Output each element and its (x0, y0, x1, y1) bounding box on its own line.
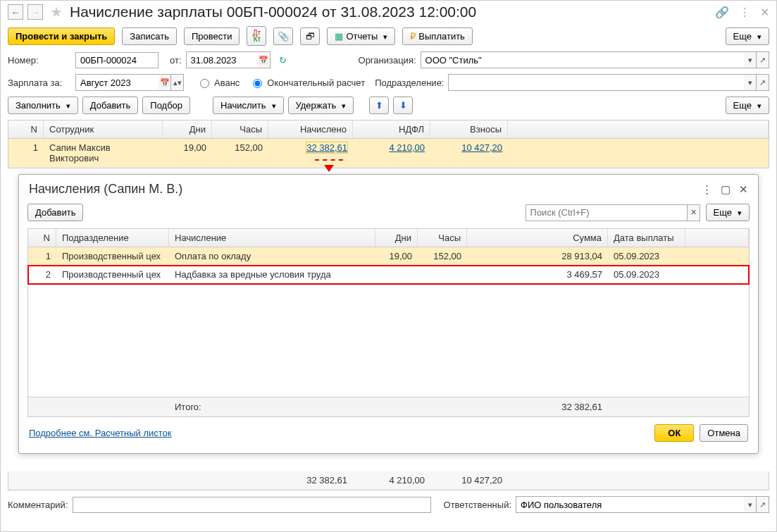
cell-contrib[interactable]: 10 427,20 (430, 139, 508, 167)
cell-charged-link[interactable]: 32 382,61 (306, 142, 348, 154)
callout-arrow (315, 159, 343, 175)
responsible-input[interactable] (516, 496, 744, 513)
pcell-date: 05.09.2023 (608, 266, 685, 283)
create-based-on-button[interactable]: 🗗 (300, 27, 320, 45)
pcol-days[interactable]: Дни (375, 229, 418, 247)
move-up-button[interactable]: ⬆ (369, 97, 389, 114)
popover-search-input[interactable] (526, 204, 688, 221)
pcol-hours[interactable]: Часы (418, 229, 467, 247)
pcol-date[interactable]: Дата выплаты (608, 229, 685, 247)
pcell-dept: Производственный цех (56, 266, 169, 283)
salary-for-label: Зарплата за: (8, 78, 71, 88)
col-n[interactable]: N (8, 120, 44, 138)
details-link[interactable]: Подробнее см. Расчетный листок (29, 428, 172, 438)
pcol-charge[interactable]: Начисление (169, 229, 375, 247)
link-icon[interactable]: 🔗 (715, 6, 729, 19)
popover-row[interactable]: 1 Производственный цех Оплата по окладу … (28, 247, 749, 266)
table-more-button[interactable]: Еще (726, 97, 769, 114)
pcol-tail (685, 229, 749, 247)
cancel-button[interactable]: Отмена (700, 424, 748, 442)
post-status-icon[interactable]: ↻ (279, 55, 287, 66)
reports-label: Отчеты (346, 31, 378, 42)
fill-label: Заполнить (15, 100, 61, 111)
more-label: Еще (733, 31, 752, 42)
cell-hours: 152,00 (212, 139, 268, 167)
pcell-tail (685, 266, 749, 283)
advance-radio[interactable]: Аванс (197, 77, 240, 88)
org-input[interactable] (421, 51, 744, 68)
pcell-sum: 28 913,04 (467, 247, 608, 265)
pcol-dept[interactable]: Подразделение (56, 229, 169, 247)
charge-button[interactable]: Начислить (213, 97, 283, 114)
pcell-n: 1 (28, 247, 56, 265)
table-row[interactable]: 1 Сапин Максив Викторович 19,00 152,00 3… (8, 139, 769, 168)
page-title: Начисление зарплаты 00БП-000024 от 31.08… (70, 4, 476, 20)
popover-totals-row: Итого: 32 382,61 (28, 397, 749, 416)
col-charged[interactable]: Начислено (268, 120, 353, 138)
col-days[interactable]: Дни (163, 120, 212, 138)
ok-button[interactable]: ОК (654, 424, 694, 442)
department-input[interactable] (448, 74, 744, 91)
post-button[interactable]: Провести (184, 27, 240, 45)
department-label: Подразделение: (375, 78, 444, 88)
pcell-charge: Оплата по окладу (169, 247, 375, 265)
calendar-icon[interactable]: 📅 (258, 51, 271, 68)
cell-contrib-link[interactable]: 10 427,20 (461, 142, 502, 153)
popover-kebab-icon[interactable]: ⋮ (702, 183, 712, 196)
kebab-icon[interactable]: ⋮ (739, 6, 750, 19)
popover-more-button[interactable]: Еще (706, 204, 750, 221)
comment-input[interactable] (73, 497, 431, 513)
close-window-icon[interactable]: ✕ (760, 6, 769, 19)
col-contrib[interactable]: Взносы (430, 120, 508, 138)
calendar2-icon[interactable]: 📅 (158, 74, 171, 91)
dept-dropdown-icon[interactable]: ▾ (744, 74, 757, 91)
nav-back-button[interactable]: ← (8, 4, 23, 20)
fill-button[interactable]: Заполнить (8, 97, 78, 114)
stepper-icon[interactable]: ▴▾ (171, 74, 184, 91)
attachments-button[interactable]: 📎 (273, 27, 293, 45)
popover-empty-area (28, 284, 749, 397)
col-employee[interactable]: Сотрудник (44, 120, 163, 138)
final-radio[interactable]: Окончательный расчет (249, 77, 365, 88)
pcol-n[interactable]: N (28, 229, 56, 247)
number-input[interactable] (75, 52, 158, 68)
dtkt-button[interactable]: ДтКт (247, 26, 266, 46)
final-label: Окончательный расчет (267, 78, 365, 88)
cell-ndfl[interactable]: 4 210,00 (353, 139, 430, 167)
cell-employee: Сапин Максив Викторович (44, 139, 163, 167)
total-charged: 32 382,61 (268, 471, 353, 489)
popover-row[interactable]: 2 Производственный цех Надбавка за вредн… (28, 266, 749, 284)
responsible-label: Ответственный: (444, 500, 511, 510)
more-button[interactable]: Еще (726, 27, 769, 45)
favorite-star-icon[interactable]: ★ (50, 4, 63, 20)
reports-button[interactable]: ▦Отчеты (327, 27, 395, 45)
date-input[interactable] (186, 51, 258, 68)
popover-maximize-icon[interactable]: ▢ (721, 183, 731, 196)
write-button[interactable]: Записать (122, 27, 177, 45)
pick-button[interactable]: Подбор (142, 97, 190, 114)
org-open-icon[interactable]: ↗ (757, 51, 769, 68)
pcol-sum[interactable]: Сумма (467, 229, 608, 247)
popover-add-button[interactable]: Добавить (27, 204, 83, 221)
org-dropdown-icon[interactable]: ▾ (744, 51, 757, 68)
resp-dropdown-icon[interactable]: ▾ (744, 496, 757, 513)
post-and-close-button[interactable]: Провести и закрыть (8, 27, 115, 45)
clear-search-icon[interactable]: ✕ (688, 204, 700, 221)
col-ndfl[interactable]: НДФЛ (353, 120, 430, 138)
withhold-button[interactable]: Удержать (288, 97, 354, 114)
popover-close-icon[interactable]: ✕ (739, 183, 748, 196)
cell-ndfl-link[interactable]: 4 210,00 (389, 142, 425, 153)
move-down-button[interactable]: ⬇ (393, 97, 413, 114)
pcell-hours (418, 266, 467, 283)
pay-button[interactable]: ₽Выплатить (402, 27, 473, 45)
total-contrib: 10 427,20 (430, 471, 508, 489)
cell-n: 1 (8, 139, 44, 167)
advance-label: Аванс (214, 78, 240, 88)
nav-forward-button[interactable]: → (27, 4, 43, 20)
col-hours[interactable]: Часы (212, 120, 268, 138)
resp-open-icon[interactable]: ↗ (757, 496, 769, 513)
add-button[interactable]: Добавить (82, 97, 138, 114)
dept-open-icon[interactable]: ↗ (757, 74, 769, 91)
pcell-days: 19,00 (375, 247, 418, 265)
salary-for-input[interactable] (75, 74, 158, 91)
